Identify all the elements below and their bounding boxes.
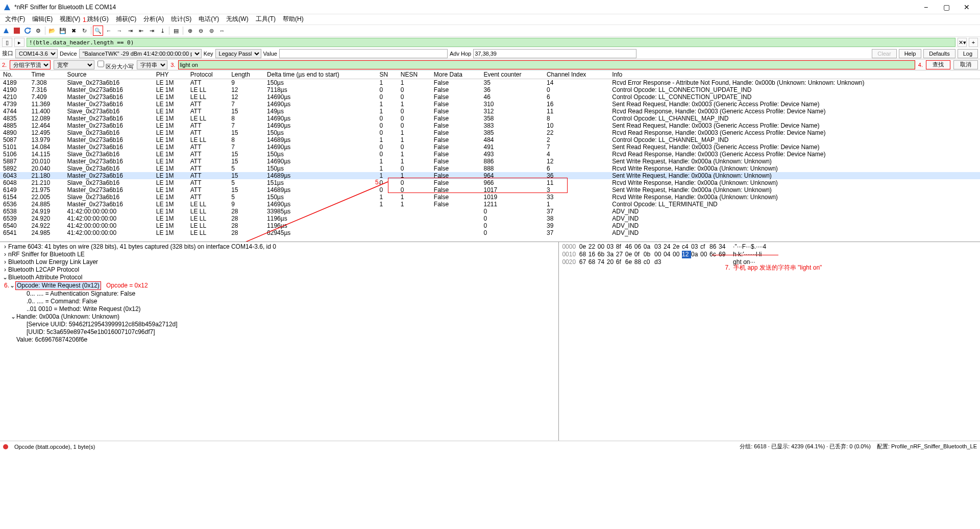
packet-row[interactable]: 604321.180Master_0x273a6b16LE 1MATT15146… (0, 172, 980, 179)
find-stream-select[interactable]: 分组字节流 (10, 60, 51, 69)
packet-row[interactable]: 474411.400Slave_0x273a6b16LE 1MATT15149µ… (0, 108, 980, 115)
restart-capture-icon[interactable] (22, 26, 33, 36)
column-header[interactable]: PHY (153, 70, 187, 79)
packet-details-tree[interactable]: ›Frame 6043: 41 bytes on wire (328 bits)… (0, 242, 558, 441)
goto-icon[interactable]: ⇥ (125, 26, 135, 36)
value-input[interactable] (279, 49, 448, 58)
packet-row[interactable]: 614921.975Master_0x273a6b16LE 1MATT15146… (0, 186, 980, 194)
column-header[interactable]: Protocol (187, 70, 228, 79)
menu-item[interactable]: 帮助(H) (281, 14, 306, 25)
menu-item[interactable]: 编辑(E) (30, 14, 55, 25)
packet-row[interactable]: 653624.885Master_0x273a6b16LE 1MLE LL914… (0, 201, 980, 208)
column-header[interactable]: Delta time (µs end to start) (264, 70, 377, 79)
find-icon[interactable]: 🔍 (93, 26, 103, 36)
prev-icon[interactable]: ← (104, 26, 114, 36)
packet-row[interactable]: 588720.010Master_0x273a6b16LE 1MATT15146… (0, 158, 980, 165)
reload-icon[interactable]: ↻ (79, 26, 89, 36)
bookmark-icon[interactable]: ▯ (2, 38, 12, 47)
packet-row[interactable]: 41907.316Master_0x273a6b16LE 1MLE LL1271… (0, 86, 980, 93)
next-icon[interactable]: → (114, 26, 125, 36)
menu-item[interactable]: 无线(W) (224, 14, 250, 25)
menu-item[interactable]: 统计(S) (169, 14, 193, 25)
find-button[interactable]: 查找 (926, 60, 950, 69)
clear-button[interactable]: Clear (872, 49, 896, 58)
expand-icon[interactable]: › (2, 251, 8, 258)
menu-item[interactable]: 分析(A) (141, 14, 166, 25)
packet-row[interactable]: 604821.210Slave_0x273a6b16LE 1MATT5151µs… (0, 179, 980, 186)
options-icon[interactable]: ⚙ (33, 26, 43, 36)
menu-item[interactable]: 捕获(C) (114, 14, 139, 25)
packet-row[interactable]: 489012.495Slave_0x273a6b16LE 1MATT15150µ… (0, 129, 980, 136)
device-select[interactable]: "BalanceTWK" -29 dBm 41:42:00:00:00:00 p… (79, 49, 202, 58)
case-checkbox-label[interactable]: 区分大小写 (97, 59, 134, 70)
packet-list[interactable]: No.TimeSourcePHYProtocolLengthDelta time… (0, 70, 980, 242)
packet-row[interactable]: 653824.91941:42:00:00:00:00LE 1MLE LL283… (0, 208, 980, 215)
expand-icon[interactable]: › (2, 266, 8, 274)
packet-row[interactable]: 473911.369Master_0x273a6b16LE 1MATT71469… (0, 101, 980, 108)
resize-cols-icon[interactable]: ↔ (217, 26, 227, 36)
packet-row[interactable]: 654124.98541:42:00:00:00:00LE 1MLE LL286… (0, 229, 980, 236)
cancel-button[interactable]: 取消 (953, 60, 978, 69)
add-filter-button[interactable]: + (969, 38, 978, 47)
packet-row[interactable]: 654024.92241:42:00:00:00:00LE 1MLE LL281… (0, 222, 980, 229)
column-header[interactable]: NESN (398, 70, 431, 79)
last-icon[interactable]: ⇥ (146, 26, 157, 36)
status-profile[interactable]: 配置: Profile_nRF_Sniffer_Bluetooth_LE (877, 443, 977, 450)
filter-dropdown-icon[interactable]: ▸ (14, 38, 24, 47)
column-header[interactable]: No. (0, 70, 29, 79)
menu-item[interactable]: 视图(V) (58, 14, 82, 25)
column-header[interactable]: Info (609, 70, 980, 79)
close-button[interactable]: ✕ (957, 1, 977, 13)
column-header[interactable]: Channel Index (544, 70, 609, 79)
opcode-node[interactable]: Opcode: Write Request (0x12) (15, 281, 101, 290)
stop-capture-icon[interactable] (12, 26, 22, 36)
packet-row[interactable]: 510614.115Slave_0x273a6b16LE 1MATT15150µ… (0, 151, 980, 158)
packet-row[interactable]: 42107.409Master_0x273a6b16LE 1MLE LL1214… (0, 93, 980, 101)
defaults-button[interactable]: Defaults (923, 49, 955, 58)
find-scope-select[interactable]: 宽窄 (54, 60, 94, 69)
packet-row[interactable]: 483512.089Master_0x273a6b16LE 1MLE LL814… (0, 115, 980, 122)
column-header[interactable]: Length (228, 70, 264, 79)
find-type-select[interactable]: 字符串 (137, 60, 167, 69)
packet-row[interactable]: 615422.005Slave_0x273a6b16LE 1MATT5150µs… (0, 194, 980, 201)
packet-row[interactable]: 488512.464Master_0x273a6b16LE 1MATT71469… (0, 122, 980, 129)
column-header[interactable]: More Data (431, 70, 481, 79)
display-filter-input[interactable] (27, 38, 955, 47)
zoom-in-icon[interactable]: ⊕ (185, 26, 195, 36)
collapse-icon[interactable]: ⌄ (9, 282, 15, 290)
help-button[interactable]: Help (899, 49, 922, 58)
advhop-input[interactable] (473, 49, 636, 58)
iface-select[interactable]: COM14-3.6 (15, 49, 58, 58)
case-checkbox[interactable] (97, 59, 104, 68)
first-icon[interactable]: ⇤ (136, 26, 146, 36)
key-select[interactable]: Legacy Passkey (215, 49, 261, 58)
menu-item[interactable]: 电话(Y) (197, 14, 221, 25)
expert-info-icon[interactable] (3, 444, 8, 449)
start-capture-icon[interactable] (1, 26, 11, 36)
expand-icon[interactable]: › (2, 243, 8, 251)
packet-row[interactable]: 653924.92041:42:00:00:00:00LE 1MLE LL281… (0, 215, 980, 222)
close-file-icon[interactable]: ✖ (68, 26, 79, 36)
menu-item[interactable]: 跳转(G) (85, 14, 110, 25)
hex-dump-pane[interactable]: 7. 手机 app 发送的字符串 "light on" 0000 0e22000… (558, 242, 980, 441)
auto-scroll-icon[interactable]: ⤓ (157, 26, 167, 36)
expand-icon[interactable]: › (2, 258, 8, 266)
zoom-reset-icon[interactable]: ⊜ (206, 26, 216, 36)
column-header[interactable]: SN (377, 70, 398, 79)
colorize-icon[interactable]: ▤ (171, 26, 181, 36)
log-button[interactable]: Log (958, 49, 978, 58)
minimize-button[interactable]: − (916, 1, 936, 13)
open-icon[interactable]: 📂 (47, 26, 57, 36)
column-header[interactable]: Time (29, 70, 64, 79)
column-header[interactable]: Source (64, 70, 153, 79)
column-header[interactable]: Event counter (480, 70, 544, 79)
menu-item[interactable]: 文件(F) (3, 14, 27, 25)
packet-row[interactable]: 41897.308Slave_0x273a6b16LE 1MATT9150µs1… (0, 79, 980, 87)
maximize-button[interactable]: ▢ (936, 1, 957, 13)
save-icon[interactable]: 💾 (58, 26, 68, 36)
packet-row[interactable]: 508713.979Master_0x273a6b16LE 1MLE LL814… (0, 136, 980, 143)
menu-item[interactable]: 工具(T) (254, 14, 278, 25)
packet-row[interactable]: 510114.084Master_0x273a6b16LE 1MATT71469… (0, 143, 980, 151)
zoom-out-icon[interactable]: ⊖ (195, 26, 206, 36)
collapse-icon[interactable]: ⌄ (10, 313, 16, 321)
